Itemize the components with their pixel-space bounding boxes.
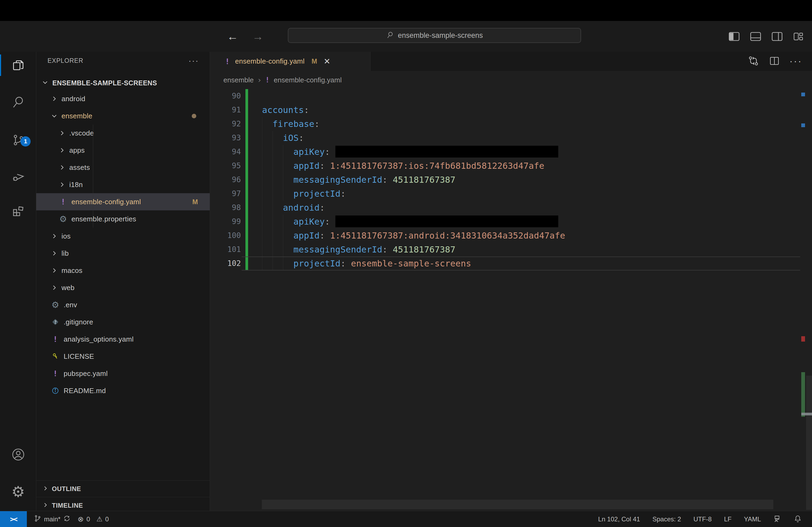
toggle-panel-button[interactable] [750, 32, 761, 41]
gutter-added-indicator [245, 257, 248, 270]
extensions-icon[interactable] [0, 197, 36, 224]
problems-indicator[interactable]: ⊗ 0 ⚠ 0 [77, 515, 109, 523]
tab-modified-badge: M [311, 57, 317, 65]
tree-item-label: ensemble [61, 112, 92, 120]
notifications-bell-icon[interactable] [794, 515, 802, 524]
code-line-text: projectId: [262, 187, 346, 201]
more-actions-icon[interactable]: ··· [789, 59, 802, 63]
yaml-icon: ! [265, 76, 270, 84]
code-line-96[interactable]: 96 messagingSenderId: 451181767387 [210, 173, 812, 187]
overview-ruler-mark [801, 336, 805, 342]
tab-close-icon[interactable]: ✕ [323, 57, 330, 66]
toggle-secondary-sidebar-button[interactable] [772, 32, 782, 41]
cursor-position[interactable]: Ln 102, Col 41 [598, 515, 640, 523]
code-line-94[interactable]: 94 apiKey: [210, 145, 812, 159]
chevron-down-icon [51, 112, 58, 119]
accounts-icon[interactable] [0, 441, 36, 468]
language-mode[interactable]: YAML [744, 515, 761, 523]
breadcrumb-folder[interactable]: ensemble [223, 76, 254, 84]
settings-gear-icon[interactable]: ⚙ [0, 479, 36, 505]
tree-indent-guide [93, 124, 93, 228]
explorer-icon[interactable] [0, 52, 36, 79]
editor-group: ! ensemble-config.yaml M ✕ [210, 52, 812, 511]
chevron-right-icon [42, 502, 48, 509]
open-changes-icon[interactable] [748, 55, 759, 68]
tree-item--gitignore[interactable]: .gitignore [36, 313, 210, 331]
tree-item-label: ios [61, 232, 71, 240]
toggle-primary-sidebar-button[interactable] [729, 32, 740, 41]
history-back-button[interactable]: ← [227, 31, 238, 42]
code-line-101[interactable]: 101 messagingSenderId: 451181767387 [210, 243, 812, 257]
indentation-indicator[interactable]: Spaces: 2 [653, 515, 681, 523]
code-line-90[interactable]: 90 [210, 89, 812, 103]
tree-item-assets[interactable]: assets [36, 159, 210, 176]
chevron-right-icon [42, 485, 48, 493]
run-and-debug-icon[interactable] [0, 163, 36, 190]
tree-item-ensemble-properties[interactable]: ⚙ensemble.properties [36, 210, 210, 228]
key-icon [51, 352, 60, 360]
code-line-text: android: [262, 201, 325, 215]
remote-indicator[interactable]: >< [0, 511, 27, 527]
line-number: 95 [210, 159, 241, 173]
command-center-text: ensemble-sample-screens [398, 31, 483, 40]
chevron-right-icon [59, 181, 66, 188]
code-line-text: apiKey: [262, 215, 558, 229]
code-line-95[interactable]: 95 appId: 1:451181767387:ios:74fb681bd58… [210, 159, 812, 173]
split-editor-icon[interactable] [769, 56, 780, 67]
code-line-98[interactable]: 98 android: [210, 201, 812, 215]
tree-item-label: pubspec.yaml [64, 370, 108, 378]
source-control-icon[interactable]: 1 [0, 127, 36, 153]
code-line-93[interactable]: 93 iOS: [210, 131, 812, 145]
encoding-indicator[interactable]: UTF-8 [693, 515, 712, 523]
git-icon [51, 318, 60, 326]
tree-item-lib[interactable]: lib [36, 245, 210, 262]
feedback-icon[interactable] [773, 515, 781, 524]
code-line-100[interactable]: 100 appId: 1:451181767387:android:341831… [210, 229, 812, 243]
tree-item-web[interactable]: web [36, 279, 210, 296]
project-root-label: ENSEMBLE-SAMPLE-SCREENS [52, 79, 157, 87]
branch-indicator[interactable]: main* [34, 515, 71, 524]
tree-item-label: .gitignore [64, 318, 93, 326]
outline-section-label: OUTLINE [52, 485, 81, 493]
code-line-99[interactable]: 99 apiKey: [210, 215, 812, 229]
tab-ensemble-config[interactable]: ! ensemble-config.yaml M ✕ [210, 52, 371, 71]
tree-item-i18n[interactable]: i18n [36, 176, 210, 193]
history-forward-button[interactable]: → [252, 31, 263, 42]
tree-item-readme-md[interactable]: README.md [36, 382, 210, 399]
git-branch-icon [34, 515, 41, 524]
command-center[interactable]: ensemble-sample-screens [288, 28, 581, 43]
project-root-row[interactable]: ENSEMBLE-SAMPLE-SCREENS [36, 75, 210, 90]
search-icon[interactable] [0, 89, 36, 115]
breadcrumb-file[interactable]: ensemble-config.yaml [274, 76, 342, 84]
code-line-text: appId: 1:451181767387:android:3418310634… [262, 229, 565, 243]
tree-item--vscode[interactable]: .vscode [36, 124, 210, 142]
tree-item-ensemble-config-yaml[interactable]: !ensemble-config.yamlM [36, 193, 210, 210]
tree-item--env[interactable]: ⚙.env [36, 296, 210, 313]
code-line-102[interactable]: 102 projectId: ensemble-sample-screens [210, 257, 812, 270]
tree-item-android[interactable]: android [36, 90, 210, 107]
explorer-more-actions-button[interactable]: ··· [188, 56, 199, 65]
tree-item-label: assets [69, 163, 90, 172]
tree-item-apps[interactable]: apps [36, 142, 210, 159]
search-icon [386, 31, 394, 40]
code-line-text: firebase: [262, 117, 320, 131]
branch-label: main* [44, 515, 60, 523]
warning-icon: ⚠ [97, 515, 102, 523]
tree-item-macos[interactable]: macos [36, 262, 210, 279]
code-line-92[interactable]: 92 firebase: [210, 117, 812, 131]
customize-layout-button[interactable] [793, 32, 803, 41]
tree-item-license[interactable]: LICENSE [36, 348, 210, 365]
macos-menubar-strip [0, 0, 812, 21]
warning-count: 0 [105, 515, 109, 523]
tree-item-pubspec-yaml[interactable]: !pubspec.yaml [36, 365, 210, 382]
tree-item-ios[interactable]: ios [36, 228, 210, 245]
tree-item-ensemble[interactable]: ensemble [36, 107, 210, 124]
outline-section-header[interactable]: OUTLINE [36, 480, 210, 497]
code-line-97[interactable]: 97 projectId: [210, 187, 812, 201]
horizontal-scrollbar[interactable] [262, 500, 773, 509]
code-area[interactable]: 9091accounts:92 firebase:93 iOS:94 apiKe… [210, 89, 812, 270]
code-line-91[interactable]: 91accounts: [210, 103, 812, 117]
tree-item-analysis-options-yaml[interactable]: !analysis_options.yaml [36, 331, 210, 348]
vertical-scrollbar[interactable] [806, 376, 812, 510]
eol-indicator[interactable]: LF [724, 515, 731, 523]
